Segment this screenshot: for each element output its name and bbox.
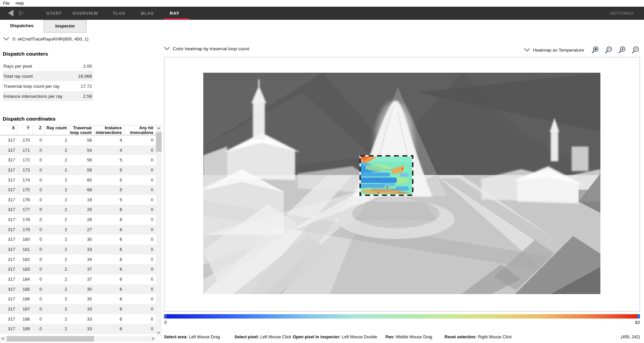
table-row[interactable]: 317184 02 376 0 <box>0 274 156 284</box>
dispatch-counters-list: Rays per pixel 2.00 Total ray count 16,0… <box>3 61 93 101</box>
main-nav-bar: STARTOVERVIEWTLASBLASRAY SETTINGS <box>0 7 644 20</box>
nav-tab[interactable]: TLAS <box>113 11 125 16</box>
table-row[interactable]: 317172 02 565 0 <box>0 155 156 165</box>
legend-max-value: 82 <box>635 320 640 325</box>
coordinates-header-row: X Y Z Ray count Traversalloop count Inst… <box>0 125 156 135</box>
scroll-up-icon[interactable] <box>157 127 160 129</box>
table-row[interactable]: 317170 02 564 0 <box>0 135 156 145</box>
table-row[interactable]: 317175 02 685 0 <box>0 185 156 195</box>
horizontal-scroll-thumb[interactable] <box>7 336 94 342</box>
column-header[interactable]: Z <box>33 125 45 135</box>
heatmap-range-slider[interactable] <box>164 314 640 319</box>
column-header[interactable]: Any hitinvocations <box>125 125 156 135</box>
viewer-controls: Heatmap as Temperature <box>524 46 640 55</box>
table-row[interactable]: 317176 02 195 0 <box>0 195 156 205</box>
table-row[interactable]: 317174 02 605 0 <box>0 175 156 185</box>
active-tab-underline <box>164 18 189 20</box>
scrollbar-corner <box>156 336 162 342</box>
zoom-out-icon[interactable] <box>631 46 640 55</box>
range-slider-right-handle[interactable] <box>637 314 640 319</box>
counter-label: Instance intersections per ray <box>3 94 62 99</box>
column-header[interactable]: Instanceintersections <box>95 125 125 135</box>
help-open-pixel: Open pixel in inspector:Left Mouse Doubl… <box>293 335 377 339</box>
zoom-reset-icon[interactable] <box>604 46 613 55</box>
counter-row: Traversal loop count per ray 17.72 <box>3 81 93 91</box>
dispatch-coordinates-title: Dispatch coordinates <box>3 116 56 122</box>
chevron-down-icon <box>524 48 530 52</box>
zoom-controls <box>591 46 640 55</box>
counter-label: Rays per pixel <box>3 64 32 69</box>
counter-value: 2.59 <box>83 94 92 99</box>
help-select-area: Select area:Left Mouse Drag <box>164 335 220 339</box>
zoom-in-icon[interactable] <box>618 46 627 55</box>
counter-value: 16,068 <box>78 74 92 79</box>
menubar: File Help <box>0 0 644 7</box>
tab-dispatches[interactable]: Dispatches <box>0 20 44 32</box>
scroll-down-icon[interactable] <box>157 332 160 334</box>
heatmap-mode-label: Color heatmap by traversal loop count <box>173 46 249 51</box>
help-reset-selection: Reset selection:Right Mouse Click <box>444 335 512 339</box>
table-row[interactable]: 317187 02 336 0 <box>0 304 156 314</box>
table-row[interactable]: 317185 02 306 0 <box>0 284 156 294</box>
scene-render[interactable] <box>203 73 600 294</box>
coordinates-table: 317170 02 564 0 317171 02 544 0 317172 0… <box>0 135 156 334</box>
nav-tab-settings[interactable]: SETTINGS <box>610 11 634 16</box>
table-row[interactable]: 317173 02 595 0 <box>0 165 156 175</box>
nav-tab[interactable]: BLAS <box>141 11 154 16</box>
table-vertical-scrollbar[interactable] <box>156 125 162 336</box>
range-slider-left-handle[interactable] <box>164 314 167 319</box>
counter-label: Traversal loop count per ray <box>3 84 60 89</box>
dispatch-selector-label: 0: vkCmdTraceRaysKHR(800, 450, 1) <box>12 37 89 42</box>
mouse-help-bar: Select area:Left Mouse Drag Select pixel… <box>164 335 640 341</box>
table-row[interactable]: 317177 02 256 0 <box>0 205 156 215</box>
heatmap-legend-gradient <box>167 314 637 319</box>
counter-row: Rays per pixel 2.00 <box>3 61 93 71</box>
help-pan: Pan:Middle Mouse Drag <box>385 335 432 339</box>
dispatch-counters-title: Dispatch counters <box>3 51 48 57</box>
color-mode-label: Heatmap as Temperature <box>533 48 584 53</box>
nav-tab[interactable]: OVERVIEW <box>72 11 98 16</box>
heatmap-mode-dropdown[interactable]: Color heatmap by traversal loop count <box>164 46 249 51</box>
counter-label: Total ray count <box>3 74 33 79</box>
table-row[interactable]: 317180 02 306 0 <box>0 234 156 245</box>
column-header[interactable]: Ray count <box>45 125 70 135</box>
counter-row: Total ray count 16,068 <box>3 71 93 81</box>
cursor-coordinates: (455, 242) <box>621 335 640 339</box>
legend-min-value: 0 <box>164 320 167 325</box>
vertical-scroll-thumb[interactable] <box>156 132 162 152</box>
table-row[interactable]: 317182 02 346 0 <box>0 255 156 265</box>
table-horizontal-scrollbar[interactable] <box>0 336 156 342</box>
column-header[interactable]: X <box>0 125 18 135</box>
nav-forward-icon[interactable] <box>19 10 24 16</box>
table-row[interactable]: 317188 02 336 0 <box>0 314 156 324</box>
table-row[interactable]: 317171 02 544 0 <box>0 145 156 155</box>
nav-back-icon[interactable] <box>8 10 13 16</box>
help-select-pixel: Select pixel:Left Mouse Click <box>234 335 291 339</box>
table-row[interactable]: 317183 02 376 0 <box>0 264 156 274</box>
counter-value: 17.72 <box>80 84 92 89</box>
table-row[interactable]: 317178 02 266 0 <box>0 215 156 225</box>
color-mode-dropdown[interactable]: Heatmap as Temperature <box>524 48 584 53</box>
zoom-to-selection-icon[interactable] <box>591 46 600 55</box>
table-row[interactable]: 317189 02 336 0 <box>0 324 156 334</box>
counter-row: Instance intersections per ray 2.59 <box>3 91 93 101</box>
dispatch-selector-dropdown[interactable]: 0: vkCmdTraceRaysKHR(800, 450, 1) <box>3 35 89 43</box>
chevron-down-icon <box>164 47 170 51</box>
table-row[interactable]: 317179 02 276 0 <box>0 225 156 235</box>
table-row[interactable]: 317181 02 336 0 <box>0 245 156 255</box>
nav-tab[interactable]: RAY <box>170 11 179 16</box>
scroll-right-icon[interactable] <box>152 337 154 340</box>
ray-dispatches-window: File Help STARTOVERVIEWTLASBLASRAY SETTI… <box>0 0 644 343</box>
scroll-left-icon[interactable] <box>2 337 4 340</box>
table-row[interactable]: 317186 02 306 0 <box>0 294 156 304</box>
menu-help[interactable]: Help <box>12 0 27 6</box>
chevron-down-icon <box>3 37 9 41</box>
tab-inspector[interactable]: Inspector <box>44 20 87 32</box>
column-header[interactable]: Traversalloop count <box>70 125 95 135</box>
menu-file[interactable]: File <box>0 0 12 6</box>
column-header[interactable]: Y <box>18 125 33 135</box>
counter-value: 2.00 <box>83 64 92 69</box>
nav-tab[interactable]: START <box>46 11 62 16</box>
heatmap-region <box>360 156 413 196</box>
